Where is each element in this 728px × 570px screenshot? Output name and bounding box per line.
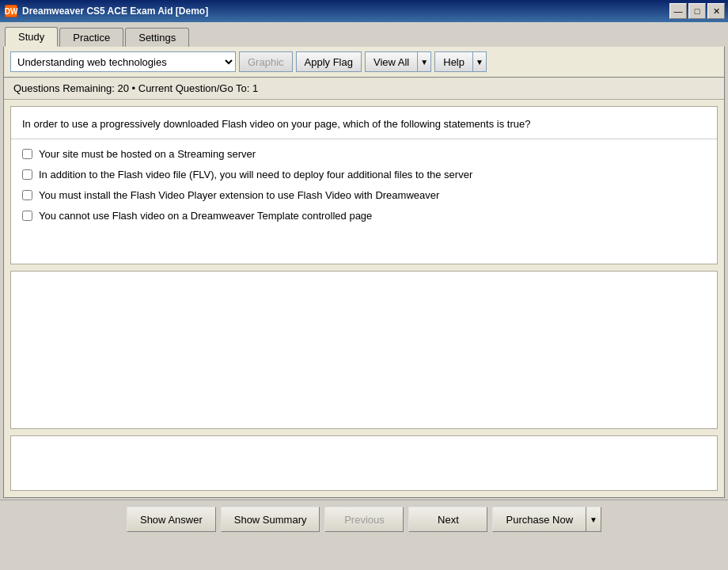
- app-body: Study Practice Settings Understanding we…: [0, 22, 728, 500]
- help-split: Help ▼: [434, 51, 487, 72]
- topic-select[interactable]: Understanding web technologies: [10, 51, 236, 72]
- notes-panel: [10, 435, 718, 491]
- app-icon: DW: [5, 5, 17, 17]
- answers: Your site must be hosted on a Streaming …: [11, 139, 717, 238]
- answer-item-4: You cannot use Flash video on a Dreamwea…: [22, 209, 706, 223]
- answer-checkbox-4[interactable]: [22, 211, 32, 221]
- previous-button[interactable]: Previous: [324, 507, 404, 532]
- graphic-button[interactable]: Graphic: [239, 51, 293, 72]
- answer-checkbox-3[interactable]: [22, 190, 32, 200]
- answer-item-1: Your site must be hosted on a Streaming …: [22, 147, 706, 162]
- question-status: Questions Remaining: 20 • Current Questi…: [4, 78, 724, 100]
- tab-practice[interactable]: Practice: [59, 28, 123, 47]
- toolbar: Understanding web technologies Graphic A…: [3, 47, 725, 78]
- question-panel: In order to use a progressively download…: [10, 106, 718, 264]
- answer-label-1: Your site must be hosted on a Streaming …: [39, 147, 256, 162]
- close-button[interactable]: ✕: [707, 3, 725, 19]
- purchase-now-split: Purchase Now ▼: [492, 507, 601, 532]
- tab-bar: Study Practice Settings: [2, 24, 726, 47]
- apply-flag-button[interactable]: Apply Flag: [296, 51, 362, 72]
- title-bar-left: DW Dreamweaver CS5 ACE Exam Aid [Demo]: [5, 5, 208, 17]
- title-bar-buttons: — □ ✕: [669, 3, 725, 19]
- view-all-arrow[interactable]: ▼: [417, 51, 431, 72]
- show-answer-button[interactable]: Show Answer: [127, 507, 216, 532]
- answer-checkbox-1[interactable]: [22, 149, 32, 159]
- answer-item-2: In addition to the Flash video file (FLV…: [22, 168, 706, 182]
- answer-label-4: You cannot use Flash video on a Dreamwea…: [39, 209, 372, 223]
- minimize-button[interactable]: —: [669, 3, 687, 19]
- view-all-split: View All ▼: [365, 51, 431, 72]
- answer-item-3: You must install the Flash Video Player …: [22, 188, 706, 203]
- bottom-bar: Show Answer Show Summary Previous Next P…: [0, 500, 728, 538]
- next-button[interactable]: Next: [408, 507, 487, 532]
- view-all-button[interactable]: View All: [365, 51, 417, 72]
- show-summary-button[interactable]: Show Summary: [221, 507, 320, 532]
- answer-checkbox-2[interactable]: [22, 169, 32, 180]
- help-arrow[interactable]: ▼: [472, 51, 487, 72]
- help-button[interactable]: Help: [434, 51, 472, 72]
- window-title: Dreamweaver CS5 ACE Exam Aid [Demo]: [22, 6, 208, 17]
- answer-label-3: You must install the Flash Video Player …: [39, 188, 439, 203]
- status-text: Questions Remaining: 20 • Current Questi…: [13, 82, 258, 94]
- purchase-now-arrow[interactable]: ▼: [586, 507, 601, 532]
- answer-label-2: In addition to the Flash video file (FLV…: [39, 168, 472, 182]
- explanation-panel: [10, 271, 718, 429]
- tab-study[interactable]: Study: [5, 27, 58, 47]
- maximize-button[interactable]: □: [688, 3, 706, 19]
- main-content: Questions Remaining: 20 • Current Questi…: [3, 78, 725, 498]
- title-bar: DW Dreamweaver CS5 ACE Exam Aid [Demo] —…: [0, 0, 728, 22]
- topic-dropdown[interactable]: Understanding web technologies: [10, 51, 236, 72]
- purchase-now-button[interactable]: Purchase Now: [492, 507, 586, 532]
- question-text: In order to use a progressively download…: [11, 107, 717, 139]
- tab-settings[interactable]: Settings: [125, 28, 189, 47]
